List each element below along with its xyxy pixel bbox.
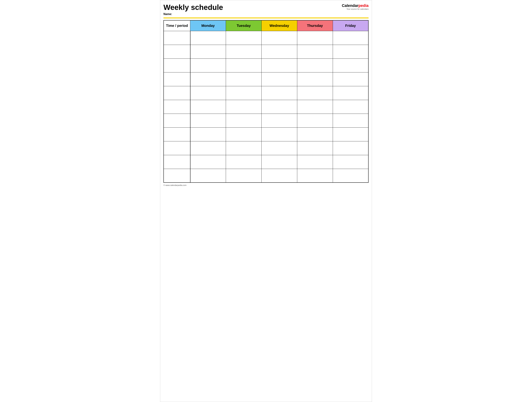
- title-section: Weekly schedule Name:: [164, 3, 338, 16]
- col-header-wednesday: Wednesday: [261, 20, 297, 31]
- schedule-cell[interactable]: [297, 169, 333, 182]
- schedule-cell[interactable]: [261, 45, 297, 58]
- schedule-cell[interactable]: [190, 114, 226, 127]
- footer: © www.calendarpedia.com: [164, 184, 368, 186]
- table-row: [164, 45, 368, 58]
- schedule-cell[interactable]: [261, 31, 297, 45]
- schedule-cell[interactable]: [333, 31, 368, 45]
- yellow-divider: [164, 18, 368, 18]
- time-cell[interactable]: [164, 169, 190, 182]
- schedule-cell[interactable]: [190, 155, 226, 169]
- schedule-cell[interactable]: [297, 86, 333, 100]
- table-row: [164, 155, 368, 169]
- logo-brand: Calendarpedia: [342, 3, 368, 8]
- table-row: [164, 127, 368, 141]
- schedule-cell[interactable]: [297, 58, 333, 72]
- schedule-cell[interactable]: [333, 72, 368, 86]
- col-header-time: Time / period: [164, 20, 190, 31]
- table-row: [164, 31, 368, 45]
- schedule-cell[interactable]: [297, 141, 333, 155]
- schedule-cell[interactable]: [333, 114, 368, 127]
- logo-calendar: Calendar: [342, 3, 358, 8]
- time-cell[interactable]: [164, 100, 190, 114]
- schedule-cell[interactable]: [261, 86, 297, 100]
- schedule-cell[interactable]: [333, 100, 368, 114]
- table-row: [164, 169, 368, 182]
- table-header-row: Time / period Monday Tuesday Wednesday T…: [164, 20, 368, 31]
- schedule-cell[interactable]: [333, 86, 368, 100]
- time-cell[interactable]: [164, 86, 190, 100]
- schedule-cell[interactable]: [261, 114, 297, 127]
- logo-section: Calendarpedia Your source for calendars: [338, 3, 368, 10]
- schedule-cell[interactable]: [333, 127, 368, 141]
- time-cell[interactable]: [164, 45, 190, 58]
- col-header-thursday: Thursday: [297, 20, 333, 31]
- schedule-cell[interactable]: [226, 31, 262, 45]
- schedule-cell[interactable]: [226, 169, 262, 182]
- schedule-cell[interactable]: [297, 114, 333, 127]
- schedule-cell[interactable]: [226, 86, 262, 100]
- footer-url: © www.calendarpedia.com: [164, 184, 186, 186]
- schedule-cell[interactable]: [261, 58, 297, 72]
- time-cell[interactable]: [164, 141, 190, 155]
- schedule-cell[interactable]: [333, 141, 368, 155]
- schedule-cell[interactable]: [190, 127, 226, 141]
- table-body: [164, 31, 368, 182]
- time-cell[interactable]: [164, 58, 190, 72]
- schedule-cell[interactable]: [226, 155, 262, 169]
- schedule-cell[interactable]: [333, 169, 368, 182]
- logo-pedia: pedia: [359, 3, 368, 8]
- schedule-cell[interactable]: [261, 127, 297, 141]
- schedule-cell[interactable]: [297, 31, 333, 45]
- col-header-monday: Monday: [190, 20, 226, 31]
- table-row: [164, 114, 368, 127]
- table-row: [164, 72, 368, 86]
- schedule-cell[interactable]: [190, 100, 226, 114]
- schedule-cell[interactable]: [190, 72, 226, 86]
- schedule-cell[interactable]: [190, 86, 226, 100]
- schedule-cell[interactable]: [333, 155, 368, 169]
- schedule-cell[interactable]: [190, 169, 226, 182]
- page: Weekly schedule Name: Calendarpedia Your…: [160, 0, 372, 402]
- table-row: [164, 141, 368, 155]
- name-label: Name:: [164, 13, 338, 16]
- time-cell[interactable]: [164, 155, 190, 169]
- schedule-cell[interactable]: [297, 45, 333, 58]
- schedule-cell[interactable]: [333, 58, 368, 72]
- schedule-cell[interactable]: [333, 45, 368, 58]
- schedule-cell[interactable]: [226, 114, 262, 127]
- schedule-cell[interactable]: [226, 58, 262, 72]
- schedule-cell[interactable]: [190, 58, 226, 72]
- schedule-cell[interactable]: [261, 169, 297, 182]
- schedule-cell[interactable]: [226, 45, 262, 58]
- schedule-cell[interactable]: [261, 72, 297, 86]
- logo-tagline: Your source for calendars: [342, 8, 368, 10]
- schedule-cell[interactable]: [190, 141, 226, 155]
- schedule-cell[interactable]: [226, 127, 262, 141]
- schedule-cell[interactable]: [261, 155, 297, 169]
- time-cell[interactable]: [164, 72, 190, 86]
- time-cell[interactable]: [164, 127, 190, 141]
- schedule-cell[interactable]: [297, 155, 333, 169]
- schedule-cell[interactable]: [226, 100, 262, 114]
- page-title: Weekly schedule: [164, 3, 338, 12]
- schedule-cell[interactable]: [190, 31, 226, 45]
- page-header: Weekly schedule Name: Calendarpedia Your…: [164, 3, 368, 16]
- time-cell[interactable]: [164, 31, 190, 45]
- table-row: [164, 100, 368, 114]
- schedule-cell[interactable]: [261, 141, 297, 155]
- col-header-tuesday: Tuesday: [226, 20, 262, 31]
- schedule-cell[interactable]: [297, 127, 333, 141]
- schedule-cell[interactable]: [297, 100, 333, 114]
- schedule-cell[interactable]: [261, 100, 297, 114]
- time-cell[interactable]: [164, 114, 190, 127]
- schedule-cell[interactable]: [190, 45, 226, 58]
- schedule-cell[interactable]: [226, 141, 262, 155]
- table-row: [164, 58, 368, 72]
- schedule-cell[interactable]: [226, 72, 262, 86]
- schedule-cell[interactable]: [297, 72, 333, 86]
- table-row: [164, 86, 368, 100]
- schedule-table: Time / period Monday Tuesday Wednesday T…: [164, 20, 368, 183]
- col-header-friday: Friday: [333, 20, 368, 31]
